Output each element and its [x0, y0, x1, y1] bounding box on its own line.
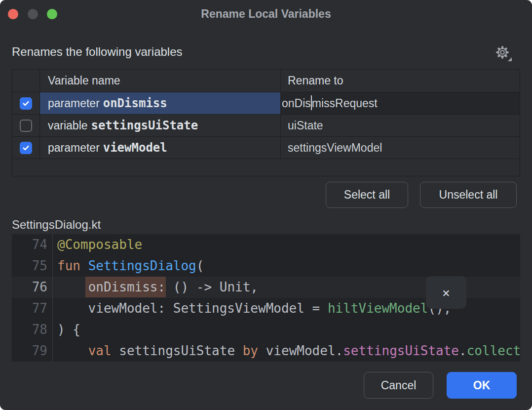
select-all-button[interactable]: Select all — [326, 182, 408, 208]
code-token: viewModel: SettingsViewModel = — [57, 301, 328, 316]
variable-kind-label: variable — [48, 119, 88, 132]
code-line: 79 val settingsUiState by viewModel.sett… — [12, 340, 520, 362]
code-line: 75fun SettingsDialog( — [12, 255, 520, 277]
code-preview: 74@Composable75fun SettingsDialog(76 onD… — [12, 234, 520, 362]
code-token: by — [243, 343, 266, 358]
row-checkbox[interactable] — [20, 120, 32, 132]
variable-kind-label: parameter — [48, 97, 100, 110]
line-number: 79 — [12, 340, 52, 362]
code-token: : () -> Unit, — [158, 280, 259, 294]
cancel-button[interactable]: Cancel — [364, 372, 433, 399]
row-checkbox[interactable] — [20, 142, 32, 154]
code-token: settingsUiState — [119, 343, 242, 358]
rename-value: uiState — [288, 119, 323, 132]
code-token — [57, 343, 88, 358]
code-token: val — [88, 343, 119, 358]
preview-file-label: SettingsDialog.kt — [12, 218, 101, 232]
variable-name: viewModel — [103, 141, 167, 155]
rename-table-body: parameteronDismissonDismissRequestvariab… — [12, 92, 520, 159]
unselect-all-button[interactable]: Unselect all — [420, 182, 517, 208]
code-token: fun — [57, 258, 88, 273]
rename-dialog-window: Rename Local Variables Renames the follo… — [0, 0, 532, 410]
rename-table: Variable name Rename to parameteronDismi… — [12, 69, 520, 176]
code-text: fun SettingsDialog( — [52, 255, 204, 277]
renames-label: Renames the following variables — [12, 45, 183, 59]
variable-kind-label: parameter — [48, 141, 100, 155]
column-header-rename-to: Rename to — [281, 70, 520, 92]
settings-gear-button[interactable] — [492, 43, 514, 64]
code-token: viewModel. — [266, 343, 343, 358]
code-token — [57, 280, 88, 294]
column-header-variable-name: Variable name — [40, 70, 281, 92]
line-number: 76 — [12, 277, 52, 298]
variable-name-cell[interactable]: parameteronDismiss — [40, 92, 281, 114]
ok-button[interactable]: OK — [447, 372, 517, 399]
code-token: . — [459, 343, 467, 358]
table-row: parameterviewModelsettingsViewModel — [12, 137, 520, 159]
code-token: @Composable — [57, 237, 142, 252]
variable-name-cell[interactable]: variablesettingsUiState — [40, 115, 281, 136]
code-line: 78) { — [12, 319, 520, 340]
row-checkbox[interactable] — [20, 97, 32, 110]
variable-name: settingsUiState — [91, 119, 198, 132]
code-text: onDismiss: () -> Unit, — [52, 277, 258, 298]
rename-to-cell[interactable]: uiState — [281, 115, 520, 136]
code-token: collectA — [467, 343, 520, 358]
checkbox-cell — [12, 115, 40, 136]
code-token: settingsUiState — [343, 343, 459, 358]
rename-target-highlight: onDismiss — [85, 277, 166, 297]
rename-value-after-caret: missRequest — [312, 97, 378, 110]
checkbox-cell — [12, 137, 40, 159]
rename-value-before-caret: onDis — [282, 97, 311, 110]
code-text: viewModel: SettingsViewModel = hiltViewM… — [52, 298, 451, 319]
code-token: ( — [196, 258, 204, 273]
close-icon: × — [442, 285, 450, 300]
rename-value: settingsViewModel — [288, 141, 382, 155]
rename-to-cell[interactable]: onDismissRequest — [281, 92, 520, 114]
checkbox-cell — [12, 92, 40, 114]
checkmark-icon — [22, 100, 30, 107]
dropdown-triangle-icon — [508, 57, 512, 61]
code-text: @Composable — [52, 234, 142, 255]
checkmark-icon — [22, 144, 30, 152]
column-header-checkbox — [12, 70, 40, 92]
line-number: 74 — [12, 234, 52, 255]
table-row: parameteronDismissonDismissRequest — [12, 92, 520, 115]
line-number: 77 — [12, 298, 52, 319]
line-number: 75 — [12, 255, 52, 277]
window-title: Rename Local Variables — [0, 7, 532, 21]
code-line: 74@Composable — [12, 234, 520, 255]
code-token: SettingsDialog — [88, 258, 196, 273]
code-token: ) { — [57, 322, 80, 337]
rename-to-cell[interactable]: settingsViewModel — [281, 137, 520, 159]
titlebar: Rename Local Variables — [0, 0, 532, 28]
variable-name-cell[interactable]: parameterviewModel — [40, 137, 281, 159]
table-row: variablesettingsUiStateuiState — [12, 115, 520, 137]
table-header-row: Variable name Rename to — [12, 70, 520, 92]
code-text: ) { — [52, 319, 80, 340]
code-text: val settingsUiState by viewModel.setting… — [52, 340, 520, 362]
code-token: hiltViewModel — [328, 301, 428, 316]
preview-close-button[interactable]: × — [426, 276, 466, 309]
gutter-divider — [52, 234, 53, 362]
line-number: 78 — [12, 319, 52, 340]
variable-name: onDismiss — [103, 96, 167, 110]
